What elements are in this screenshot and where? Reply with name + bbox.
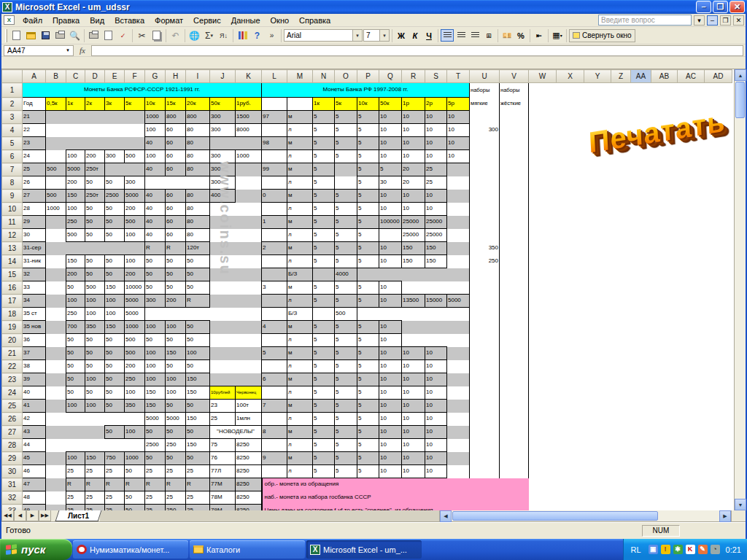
- menu-6[interactable]: Данные: [226, 15, 266, 26]
- cell-O7[interactable]: [335, 163, 357, 176]
- cell-E13[interactable]: [105, 242, 125, 255]
- cell-L33[interactable]: Цены даны на состояние f-vf то есть "сре…: [262, 505, 529, 511]
- cell-Z21[interactable]: [611, 347, 631, 360]
- cell-Q19[interactable]: 10: [379, 321, 402, 334]
- cell-L29[interactable]: 9: [262, 452, 287, 465]
- cell-AB1[interactable]: [651, 83, 678, 98]
- cell-U8[interactable]: [470, 176, 500, 190]
- cell-O20[interactable]: 5: [335, 334, 357, 347]
- cell-H31[interactable]: R: [166, 478, 186, 491]
- cell-K16[interactable]: [236, 281, 262, 295]
- cell-AB25[interactable]: [651, 400, 678, 413]
- menu-7[interactable]: Окно: [266, 15, 295, 26]
- col-header-U[interactable]: U: [470, 70, 500, 83]
- cell-A4[interactable]: 22: [23, 124, 46, 137]
- cell-B21[interactable]: [46, 347, 66, 360]
- menu-0[interactable]: Файл: [18, 15, 47, 26]
- merge-center-button[interactable]: ⊞: [482, 29, 495, 42]
- cell-N23[interactable]: 5: [313, 373, 335, 386]
- cell-F32[interactable]: 50: [125, 491, 145, 505]
- cell-I29[interactable]: 50: [186, 452, 210, 465]
- copy-icon[interactable]: [150, 29, 163, 42]
- next-sheet-icon[interactable]: ▶: [26, 510, 39, 521]
- cell-H30[interactable]: 25: [166, 465, 186, 478]
- cell-U21[interactable]: [470, 347, 500, 360]
- cell-F26[interactable]: [125, 413, 145, 426]
- language-indicator[interactable]: RL: [631, 545, 641, 554]
- cell-AB30[interactable]: [651, 465, 678, 478]
- cell-Q13[interactable]: 10: [379, 242, 402, 255]
- cell-X24[interactable]: [557, 386, 584, 400]
- col-header-AD[interactable]: AD: [705, 70, 732, 83]
- cell-AD2[interactable]: [705, 98, 732, 111]
- cell-L4[interactable]: [262, 124, 287, 137]
- cell-Q23[interactable]: 10: [379, 373, 402, 386]
- cell-R29[interactable]: 10: [402, 452, 425, 465]
- cell-S18[interactable]: [425, 308, 447, 321]
- cell-K9[interactable]: [236, 190, 262, 203]
- cell-G21[interactable]: 100: [145, 347, 166, 360]
- col-header-G[interactable]: G: [145, 70, 166, 83]
- cell-P8[interactable]: 5: [357, 176, 379, 190]
- cell-R23[interactable]: 10: [402, 373, 425, 386]
- cell-R25[interactable]: 10: [402, 400, 425, 413]
- close-button[interactable]: ✕: [729, 1, 745, 13]
- menu-2[interactable]: Вид: [85, 15, 109, 26]
- cell-U28[interactable]: [470, 439, 500, 452]
- cell-K7[interactable]: [236, 163, 262, 176]
- cell-W21[interactable]: [529, 347, 557, 360]
- row-header-32[interactable]: 32: [2, 491, 23, 505]
- cell-Q12[interactable]: [379, 229, 402, 242]
- cell-R12[interactable]: 25000: [402, 229, 425, 242]
- cell-Z27[interactable]: [611, 426, 631, 439]
- cell-K33[interactable]: 8250: [236, 505, 262, 511]
- cell-N13[interactable]: 5: [313, 242, 335, 255]
- cell-Y33[interactable]: [584, 505, 611, 511]
- cell-AA25[interactable]: [631, 400, 651, 413]
- cell-B8[interactable]: [46, 176, 66, 190]
- cell-AD6[interactable]: [705, 150, 732, 163]
- cell-K31[interactable]: 8250: [236, 478, 262, 491]
- cell-Y4[interactable]: [584, 124, 611, 137]
- cell-AC30[interactable]: [678, 465, 705, 478]
- cell-E23[interactable]: 50: [105, 373, 125, 386]
- cell-Q21[interactable]: 10: [379, 347, 402, 360]
- cell-D5[interactable]: [85, 137, 105, 150]
- cell-M8[interactable]: л: [287, 176, 313, 190]
- formula-input[interactable]: [91, 45, 743, 56]
- cell-O6[interactable]: 5: [335, 150, 357, 163]
- cell-A31[interactable]: 47: [23, 478, 46, 491]
- cell-Q14[interactable]: 10: [379, 255, 402, 268]
- cell-AB33[interactable]: [651, 505, 678, 511]
- cell-Y1[interactable]: [584, 83, 611, 98]
- cell-T26[interactable]: [447, 413, 470, 426]
- cell-Y32[interactable]: [584, 491, 611, 505]
- cell-D16[interactable]: 500: [85, 281, 105, 295]
- cell-M13[interactable]: м: [287, 242, 313, 255]
- cell-N28[interactable]: 5: [313, 439, 335, 452]
- cell-AB23[interactable]: [651, 373, 678, 386]
- toolbar-options-icon[interactable]: »: [265, 29, 279, 42]
- cell-V4[interactable]: [500, 124, 529, 137]
- font-size-select[interactable]: 7▾: [363, 29, 390, 42]
- cell-D21[interactable]: 50: [85, 347, 105, 360]
- cell-J13[interactable]: [210, 242, 236, 255]
- cell-X23[interactable]: [557, 373, 584, 386]
- cell-F27[interactable]: 100: [125, 426, 145, 439]
- cell-H19[interactable]: 100: [166, 321, 186, 334]
- cell-V16[interactable]: [500, 281, 529, 295]
- cell-Z28[interactable]: [611, 439, 631, 452]
- cell-I30[interactable]: 25: [186, 465, 210, 478]
- cell-E33[interactable]: 25: [105, 505, 125, 511]
- cell-O14[interactable]: 5: [335, 255, 357, 268]
- cell-P21[interactable]: 5: [357, 347, 379, 360]
- cell-J19[interactable]: [210, 321, 236, 334]
- doc-restore-button[interactable]: ❐: [720, 15, 731, 26]
- cell-H20[interactable]: 50: [166, 334, 186, 347]
- cell-B31[interactable]: [46, 478, 66, 491]
- col-header-J[interactable]: J: [210, 70, 236, 83]
- cell-V14[interactable]: [500, 255, 529, 268]
- cell-I11[interactable]: 80: [186, 216, 210, 229]
- cell-AA4[interactable]: [631, 124, 651, 137]
- cell-Z22[interactable]: [611, 360, 631, 373]
